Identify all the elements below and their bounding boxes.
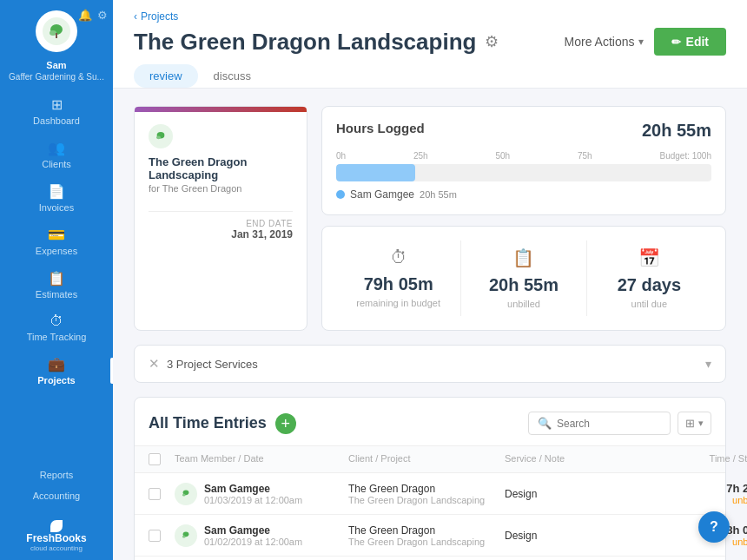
clock-icon: ⏱ bbox=[390, 247, 407, 267]
hours-header: Hours Logged 20h 55m bbox=[336, 121, 711, 141]
search-icon: 🔍 bbox=[538, 417, 552, 430]
filter-icon[interactable]: ⚙ bbox=[485, 32, 499, 51]
estimates-icon: 📋 bbox=[48, 270, 65, 287]
service-cell: Design bbox=[505, 488, 661, 500]
time-entries-section: All Time Entries + 🔍 ⊞ ▾ bbox=[134, 397, 726, 560]
svg-rect-3 bbox=[56, 33, 57, 38]
hours-user: Sam Gamgee 20h 55m bbox=[336, 188, 711, 201]
project-avatar bbox=[149, 124, 173, 148]
expenses-icon: 💳 bbox=[48, 227, 65, 243]
time-entries-header: All Time Entries + 🔍 ⊞ ▾ bbox=[135, 398, 725, 446]
hours-total: 20h 55m bbox=[642, 121, 711, 141]
col-member: Team Member / Date bbox=[175, 453, 348, 465]
stat-unbilled-value: 20h 55m bbox=[489, 275, 559, 295]
services-chevron-icon[interactable]: ▾ bbox=[705, 357, 711, 371]
sidebar-item-label: Invoices bbox=[39, 202, 74, 213]
search-input[interactable] bbox=[557, 418, 661, 430]
view-chevron-icon: ▾ bbox=[698, 418, 704, 429]
tab-review[interactable]: review bbox=[134, 64, 198, 88]
project-card: The Green Dragon Landscaping for The Gre… bbox=[134, 106, 307, 331]
svg-point-9 bbox=[182, 493, 185, 496]
sidebar-item-invoices[interactable]: 📄 Invoices bbox=[0, 176, 113, 220]
sidebar-item-dashboard[interactable]: ⊞ Dashboard bbox=[0, 89, 113, 133]
freshbooks-graphic bbox=[50, 520, 63, 532]
project-card-subtitle: for The Green Dragon bbox=[149, 183, 293, 194]
bell-icon[interactable]: 🔔 bbox=[78, 9, 92, 22]
project-card-date: Jan 31, 2019 bbox=[149, 228, 293, 240]
hours-scale-75h: 75h bbox=[578, 151, 592, 161]
sidebar-item-time-tracking[interactable]: ⏱ Time Tracking bbox=[0, 306, 113, 349]
project-card-divider bbox=[149, 211, 293, 212]
tab-discuss[interactable]: discuss bbox=[198, 64, 267, 88]
stat-unbilled: 📋 20h 55m unbilled bbox=[461, 240, 586, 316]
project-card-title: The Green Dragon Landscaping bbox=[149, 155, 293, 181]
freshbooks-logo: FreshBooks cloud accounting bbox=[26, 510, 86, 560]
breadcrumb-link[interactable]: Projects bbox=[141, 10, 178, 23]
table-header: Team Member / Date Client / Project Serv… bbox=[135, 446, 725, 473]
search-box[interactable]: 🔍 bbox=[528, 412, 671, 435]
services-count: 3 Project Services bbox=[167, 358, 258, 371]
col-time: Time / Status bbox=[661, 453, 747, 465]
sidebar-item-accounting[interactable]: Accounting bbox=[0, 485, 113, 506]
more-actions-button[interactable]: More Actions ▾ bbox=[565, 35, 644, 49]
sidebar-item-label: Projects bbox=[37, 375, 75, 385]
calendar-icon: 📅 bbox=[638, 247, 660, 268]
sidebar-item-reports[interactable]: Reports bbox=[0, 464, 113, 485]
cards-row: The Green Dragon Landscaping for The Gre… bbox=[134, 106, 726, 331]
svg-point-12 bbox=[182, 535, 185, 537]
edit-button[interactable]: ✏ Edit bbox=[654, 28, 726, 56]
sidebar-item-projects[interactable]: 💼 Projects bbox=[0, 349, 113, 392]
add-time-entry-button[interactable]: + bbox=[275, 413, 296, 434]
member-date: 01/03/2019 at 12:00am bbox=[204, 495, 302, 505]
client-name: The Green Dragon bbox=[348, 483, 505, 495]
time-value: 7h 25m bbox=[661, 482, 747, 495]
freshbooks-text: FreshBooks cloud accounting bbox=[26, 532, 86, 553]
reports-label: Reports bbox=[40, 470, 74, 480]
project-card-color-bar bbox=[135, 107, 307, 112]
time-status: unbilled bbox=[661, 495, 747, 505]
clipboard-icon: 📋 bbox=[512, 247, 534, 268]
sidebar-item-estimates[interactable]: 📋 Estimates bbox=[0, 263, 113, 306]
main-content: ‹ Projects The Green Dragon Landscaping … bbox=[113, 0, 747, 560]
time-cell: 7h 25m unbilled bbox=[661, 482, 747, 505]
sidebar-item-clients[interactable]: 👥 Clients bbox=[0, 133, 113, 176]
sidebar-icons: 🔔 ⚙ bbox=[78, 9, 108, 22]
sidebar-header: 🔔 ⚙ bbox=[0, 0, 113, 59]
row-checkbox[interactable] bbox=[149, 488, 161, 500]
stats-row: ⏱ 79h 05m remaining in budget 📋 20h 55m … bbox=[336, 240, 711, 316]
edit-icon: ✏ bbox=[671, 36, 681, 49]
hours-scale-0h: 0h bbox=[336, 151, 346, 161]
user-name: Sam bbox=[9, 59, 104, 71]
row-checkbox[interactable] bbox=[149, 530, 161, 542]
help-button[interactable]: ? bbox=[698, 511, 730, 543]
gear-icon[interactable]: ⚙ bbox=[97, 9, 108, 22]
member-cell: Sam Gamgee 01/03/2019 at 12:00am bbox=[175, 483, 348, 505]
breadcrumb-chevron-icon: ‹ bbox=[134, 10, 137, 23]
row-checkbox-cell bbox=[149, 488, 175, 500]
sidebar-item-label: Clients bbox=[42, 159, 71, 169]
col-client: Client / Project bbox=[348, 453, 505, 465]
sidebar-user-info: Sam Gaffer Gardening & Su... bbox=[9, 59, 104, 82]
stat-due-value: 27 days bbox=[618, 275, 681, 295]
time-tracking-icon: ⏱ bbox=[50, 313, 63, 329]
stats-card: ⏱ 79h 05m remaining in budget 📋 20h 55m … bbox=[321, 226, 726, 331]
hours-scale-25h: 25h bbox=[413, 151, 428, 161]
sidebar-item-label: Time Tracking bbox=[27, 332, 87, 342]
header-actions: More Actions ▾ ✏ Edit bbox=[565, 28, 726, 56]
freshbooks-leaf bbox=[50, 520, 63, 532]
company-logo bbox=[36, 10, 77, 52]
sidebar-item-expenses[interactable]: 💳 Expenses bbox=[0, 220, 113, 263]
edit-label: Edit bbox=[686, 35, 709, 49]
tabs: review discuss bbox=[134, 64, 726, 88]
select-all-checkbox[interactable] bbox=[149, 453, 161, 465]
view-toggle-button[interactable]: ⊞ ▾ bbox=[678, 412, 711, 435]
hours-user-dot bbox=[336, 190, 345, 199]
hours-bar-fill bbox=[336, 164, 415, 181]
dashboard-icon: ⊞ bbox=[51, 96, 63, 113]
sidebar: 🔔 ⚙ Sam Gaffer Gardening & Su... ⊞ Dashb… bbox=[0, 0, 113, 560]
member-name: Sam Gamgee bbox=[204, 524, 302, 537]
client-project: The Green Dragon Landscaping bbox=[348, 495, 505, 505]
hours-scale-50h: 50h bbox=[495, 151, 510, 161]
hours-user-name: Sam Gamgee bbox=[350, 188, 414, 201]
member-info: Sam Gamgee 01/03/2019 at 12:00am bbox=[204, 483, 302, 505]
